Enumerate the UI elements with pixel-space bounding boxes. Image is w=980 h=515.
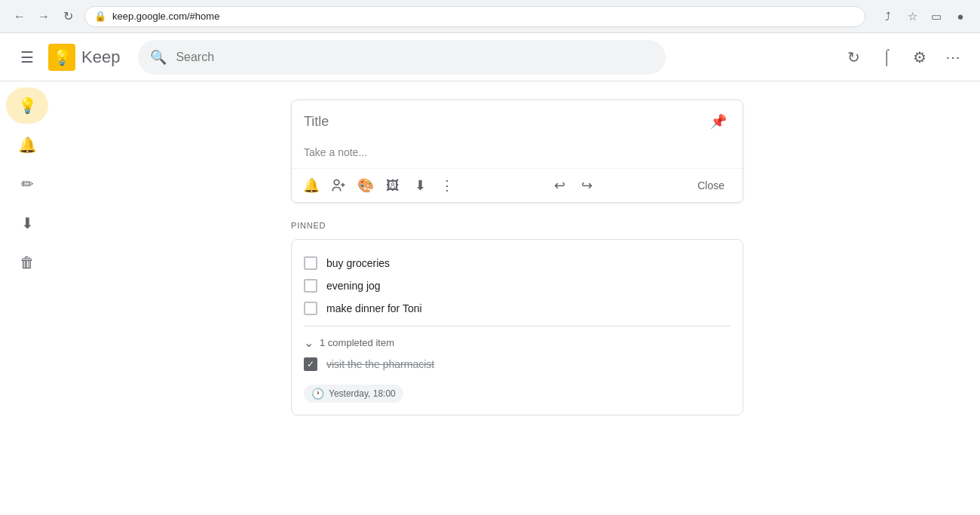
completed-header[interactable]: ⌄ 1 completed item <box>304 333 730 353</box>
refresh-header-button[interactable]: ↻ <box>838 42 868 72</box>
palette-toolbar-button[interactable]: 🎨 <box>352 172 379 199</box>
more-toolbar-button[interactable]: ⋮ <box>433 172 461 199</box>
pin-button[interactable]: 📌 <box>706 109 730 133</box>
edit-labels-icon: ✏ <box>21 175 34 193</box>
lock-icon: 🔒 <box>94 11 106 22</box>
redo-button[interactable]: ↪ <box>573 172 600 199</box>
trash-icon: 🗑 <box>20 254 35 271</box>
sidebar-item-reminders[interactable]: 🔔 <box>6 127 48 163</box>
note-toolbar: 🔔 🎨 🖼 ⬇ ⋮ ↩ ↪ Close <box>292 168 743 202</box>
apps-button[interactable]: ⋯ <box>938 42 968 72</box>
pinned-section-label: PINNED <box>291 221 743 230</box>
note-title-input[interactable] <box>304 114 706 130</box>
chevron-down-icon: ⌄ <box>304 336 314 350</box>
item-text-2: evening jog <box>326 280 381 292</box>
reminders-icon: 🔔 <box>18 136 37 154</box>
url-text: keep.google.com/#home <box>112 11 219 22</box>
note-body[interactable]: Take a note... <box>292 143 743 168</box>
app-name: Keep <box>81 48 120 67</box>
item-text-3: make dinner for Toni <box>326 302 422 314</box>
menu-button[interactable]: ☰ <box>12 42 42 72</box>
browser-actions: ⤴ ☆ ▭ ● <box>877 6 971 27</box>
archive-icon: ⬇ <box>21 214 34 232</box>
archive-toolbar-button[interactable]: ⬇ <box>406 172 433 199</box>
reminder-toolbar-button[interactable]: 🔔 <box>298 172 325 199</box>
grid-view-button[interactable]: ⌠ <box>871 42 902 72</box>
reminder-badge[interactable]: 🕐 Yesterday, 18:00 <box>304 385 403 403</box>
reminder-row: 🕐 Yesterday, 18:00 <box>304 385 730 403</box>
bookmark-button[interactable]: ☆ <box>902 6 923 27</box>
browser-chrome: ← → ↻ 🔒 keep.google.com/#home ⤴ ☆ ▭ ● <box>0 0 980 33</box>
checkbox-3[interactable] <box>304 302 317 315</box>
search-input[interactable] <box>176 51 654 64</box>
checklist-item-completed-1: visit the the pharmacist <box>304 353 730 376</box>
share-button[interactable]: ⤴ <box>877 6 899 27</box>
reminder-text: Yesterday, 18:00 <box>329 388 396 399</box>
checkbox-1[interactable] <box>304 256 317 270</box>
sidebar-item-edit-labels[interactable]: ✏ <box>6 166 48 202</box>
note-editor: 📌 Take a note... 🔔 🎨 🖼 ⬇ ⋮ ↩ ↪ Close <box>291 100 743 203</box>
notes-icon: 💡 <box>18 97 37 115</box>
note-title-row: 📌 <box>292 100 743 143</box>
search-bar[interactable]: 🔍 <box>138 40 666 75</box>
back-button[interactable]: ← <box>9 6 30 27</box>
note-placeholder: Take a note... <box>304 146 367 158</box>
divider <box>304 326 730 326</box>
window-button[interactable]: ▭ <box>926 6 947 27</box>
checklist-item-2: evening jog <box>304 274 730 297</box>
note-card-pinned: buy groceries evening jog make dinner fo… <box>291 239 743 415</box>
address-bar[interactable]: 🔒 keep.google.com/#home <box>84 6 865 27</box>
checklist-item-3: make dinner for Toni <box>304 297 730 320</box>
sidebar-item-notes[interactable]: 💡 <box>6 87 48 124</box>
settings-button[interactable]: ⚙ <box>905 42 935 72</box>
checkbox-2[interactable] <box>304 279 317 293</box>
forward-button[interactable]: → <box>33 6 54 27</box>
profile-button[interactable]: ● <box>950 6 971 27</box>
svg-point-0 <box>334 180 339 185</box>
app-logo: 💡 Keep <box>48 44 120 71</box>
checklist-item-1: buy groceries <box>304 252 730 274</box>
item-text-completed-1: visit the the pharmacist <box>326 358 434 370</box>
close-button[interactable]: Close <box>685 173 737 198</box>
sidebar-item-archive[interactable]: ⬇ <box>6 205 48 241</box>
image-toolbar-button[interactable]: 🖼 <box>379 172 406 199</box>
content-area: 📌 Take a note... 🔔 🎨 🖼 ⬇ ⋮ ↩ ↪ Close <box>54 81 980 515</box>
sidebar-item-trash[interactable]: 🗑 <box>6 244 48 280</box>
checkbox-completed-1[interactable] <box>304 357 317 371</box>
main-layout: 💡 🔔 ✏ ⬇ 🗑 📌 Take a note... 🔔 <box>0 81 980 515</box>
undo-button[interactable]: ↩ <box>546 172 573 199</box>
sidebar: 💡 🔔 ✏ ⬇ 🗑 <box>0 81 54 515</box>
search-icon: 🔍 <box>150 49 167 66</box>
nav-buttons: ← → ↻ <box>9 6 78 27</box>
app-header: ☰ 💡 Keep 🔍 ↻ ⌠ ⚙ ⋯ <box>0 33 980 81</box>
refresh-button[interactable]: ↻ <box>57 6 78 27</box>
keep-logo-icon: 💡 <box>48 44 75 71</box>
header-actions: ↻ ⌠ ⚙ ⋯ <box>838 42 968 72</box>
collaborator-toolbar-button[interactable] <box>325 172 352 199</box>
item-text-1: buy groceries <box>326 257 390 269</box>
clock-icon: 🕐 <box>311 388 324 400</box>
completed-label: 1 completed item <box>320 337 394 348</box>
